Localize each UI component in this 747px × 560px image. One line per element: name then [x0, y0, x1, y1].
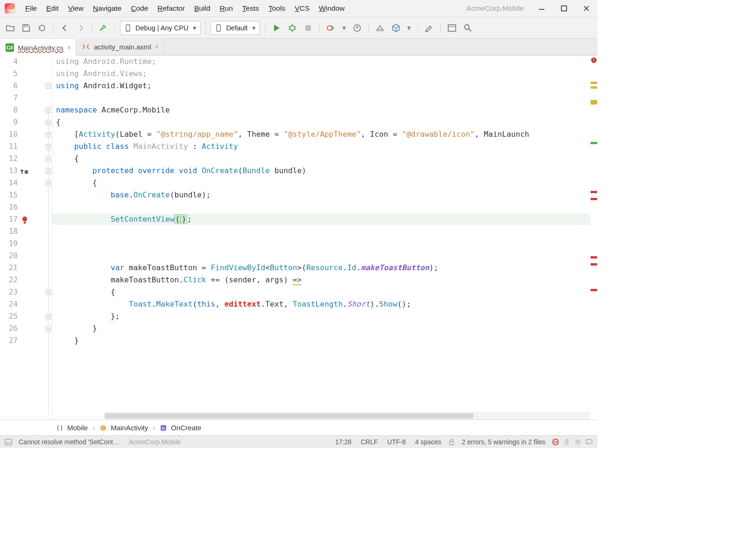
code-line[interactable]: {	[56, 118, 598, 126]
line-number[interactable]: 19	[0, 239, 18, 248]
feedback-icon[interactable]	[585, 438, 593, 446]
code-line[interactable]: makeToastButton.Click += (sender, args) …	[56, 275, 598, 284]
code-area[interactable]: ! using Android.Runtime;using Android.Vi…	[52, 56, 598, 420]
line-number[interactable]: 13	[0, 166, 18, 175]
code-line[interactable]: public class MainActivity : Activity	[56, 142, 598, 151]
editor[interactable]: 4567891011121314151617181920212223242526…	[0, 56, 598, 420]
menu-tools[interactable]: Tools	[264, 4, 290, 13]
menu-navigate[interactable]: Navigate	[88, 4, 126, 13]
line-number[interactable]: 23	[0, 287, 18, 296]
code-line[interactable]: Toast.MakeText(this, edittext.Text, Toas…	[56, 300, 598, 308]
close-tab-icon[interactable]: ×	[155, 43, 159, 50]
package-button[interactable]	[389, 21, 402, 35]
breadcrumb-method[interactable]: m OnCreate	[160, 424, 201, 432]
menu-window[interactable]: Window	[314, 4, 349, 13]
run-config-selector[interactable]: Debug | Any CPU ▾	[120, 21, 201, 35]
maximize-button[interactable]	[553, 0, 575, 17]
line-number[interactable]: 17	[0, 215, 18, 224]
stripe-warn-mark[interactable]	[591, 102, 597, 105]
line-number[interactable]: 16	[0, 203, 18, 211]
line-number[interactable]: 12	[0, 154, 18, 163]
menu-file[interactable]: File	[21, 4, 42, 13]
no-entry-icon[interactable]	[552, 438, 559, 446]
commit-button[interactable]	[374, 21, 387, 35]
line-number[interactable]: 27	[0, 336, 18, 345]
code-line[interactable]: };	[56, 312, 598, 321]
status-analysis[interactable]: 2 errors, 5 warnings in 2 files	[457, 438, 550, 446]
menu-build[interactable]: Build	[190, 4, 215, 13]
line-number[interactable]: 4	[0, 57, 18, 66]
code-line[interactable]: {	[56, 178, 598, 187]
lock-icon[interactable]	[448, 438, 455, 446]
menu-vcs[interactable]: VCS	[290, 4, 314, 13]
status-panel-icon[interactable]	[5, 438, 12, 446]
code-line[interactable]: [Activity(Label = "@string/app_name", Th…	[56, 130, 598, 139]
fold-button[interactable]	[46, 326, 51, 331]
code-line[interactable]: {	[56, 154, 598, 163]
menu-code[interactable]: Code	[126, 4, 153, 13]
code-line[interactable]: namespace AcmeCorp.Mobile	[56, 105, 598, 114]
fold-button[interactable]	[46, 132, 51, 137]
code-line[interactable]: }	[56, 336, 598, 345]
stripe-err-mark[interactable]	[591, 256, 597, 259]
gear-icon[interactable]	[574, 438, 582, 446]
menu-refactor[interactable]: Refactor	[153, 4, 190, 13]
error-bulb-icon[interactable]	[21, 216, 28, 226]
refresh-button[interactable]	[35, 21, 49, 35]
fold-button[interactable]	[46, 156, 51, 161]
line-number[interactable]: 22	[0, 275, 18, 284]
status-encoding[interactable]: UTF-8	[382, 438, 410, 446]
open-button[interactable]	[4, 21, 17, 35]
code-line[interactable]: protected override void OnCreate(Bundle …	[56, 166, 598, 175]
device-selector[interactable]: Default ▾	[211, 21, 260, 35]
code-line[interactable]: using Android.Widget;	[56, 81, 598, 90]
close-tab-icon[interactable]: ×	[67, 44, 71, 51]
line-number[interactable]: 6	[0, 81, 18, 90]
status-line-ending[interactable]: CRLF	[356, 438, 383, 446]
fold-button[interactable]	[46, 144, 51, 149]
update-button[interactable]	[351, 21, 364, 35]
horizontal-scrollbar[interactable]	[105, 412, 590, 420]
code-line[interactable]: var makeToastButton = FindViewById<Butto…	[56, 263, 598, 272]
line-number[interactable]: 15	[0, 190, 18, 199]
fold-button[interactable]	[46, 120, 51, 125]
run-button[interactable]	[270, 21, 283, 35]
override-marker-icon[interactable]: O	[20, 168, 29, 177]
code-line[interactable]: using Android.Runtime;	[56, 57, 598, 66]
search-button[interactable]	[461, 21, 474, 35]
fold-button[interactable]	[46, 181, 51, 186]
line-number[interactable]: 26	[0, 324, 18, 333]
build-button[interactable]	[97, 21, 110, 35]
code-line[interactable]: base.OnCreate(bundle);	[56, 190, 598, 199]
breadcrumb-namespace[interactable]: Mobile	[56, 424, 88, 432]
debug-button[interactable]	[286, 21, 299, 35]
fold-button[interactable]	[46, 290, 51, 295]
line-number[interactable]: 10	[0, 130, 18, 139]
line-number[interactable]: 20	[0, 251, 18, 260]
layout-button[interactable]	[445, 21, 458, 35]
fold-button[interactable]	[46, 108, 51, 113]
close-button[interactable]	[575, 0, 598, 17]
line-number[interactable]: 7	[0, 93, 18, 102]
stop-button[interactable]	[302, 21, 315, 35]
menu-view[interactable]: View	[63, 4, 88, 13]
line-number[interactable]: 18	[0, 227, 18, 236]
line-number[interactable]: 9	[0, 118, 18, 126]
line-number[interactable]: 11	[0, 142, 18, 151]
fold-button[interactable]	[46, 168, 51, 174]
dropdown-button[interactable]: ▾	[340, 21, 348, 35]
code-line[interactable]: using Android.Views;	[56, 69, 598, 78]
status-indent[interactable]: 4 spaces	[410, 438, 446, 446]
code-line[interactable]: }	[56, 324, 598, 333]
menu-tests[interactable]: Tests	[238, 4, 264, 13]
save-button[interactable]	[20, 21, 33, 35]
gutter[interactable]: 4567891011121314151617181920212223242526…	[0, 56, 52, 420]
nav-forward-button[interactable]	[74, 21, 87, 35]
line-number[interactable]: 24	[0, 300, 18, 308]
line-number[interactable]: 25	[0, 312, 18, 321]
line-number[interactable]: 5	[0, 69, 18, 78]
tab-activity_main-axml[interactable]: activity_main.axml×	[76, 38, 164, 55]
dropdown2-button[interactable]: ▾	[405, 21, 413, 35]
menu-run[interactable]: Run	[215, 4, 237, 13]
line-number[interactable]: 21	[0, 263, 18, 272]
